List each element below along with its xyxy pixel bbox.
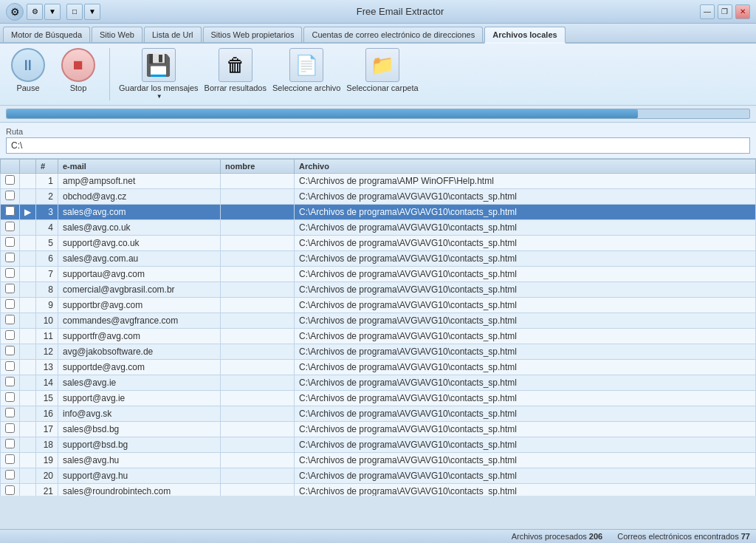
row-checkbox[interactable] [5, 439, 15, 448]
minimize-button[interactable]: — [700, 4, 715, 19]
quick-btn-3[interactable]: □ [66, 4, 83, 20]
row-checkbox[interactable] [5, 222, 15, 231]
row-checkbox[interactable] [5, 454, 15, 464]
row-nombre [221, 266, 295, 281]
row-nombre [221, 328, 295, 344]
ruta-section: Ruta [0, 123, 756, 159]
table-row[interactable]: 15support@avg.ieC:\Archivos de programa\… [1, 390, 756, 406]
tab-motor[interactable]: Motor de Búsqueda [3, 27, 90, 42]
row-arrow [20, 406, 36, 421]
row-checkbox[interactable] [5, 284, 15, 293]
row-archivo: C:\Archivos de programa\AVG\AVG10\contac… [295, 235, 756, 250]
row-checkbox[interactable] [5, 315, 15, 324]
row-nombre [221, 313, 295, 328]
ruta-input[interactable] [6, 137, 750, 154]
row-archivo: C:\Archivos de programa\AMP WinOFF\Help.… [295, 173, 756, 188]
table-scroll[interactable]: # e-mail nombre Archivo 1amp@ampsoft.net… [0, 159, 756, 496]
table-row[interactable]: 6sales@avg.com.auC:\Archivos de programa… [1, 250, 756, 266]
row-nombre [221, 390, 295, 406]
row-num: 21 [36, 483, 58, 496]
table-row[interactable]: 17sales@bsd.bgC:\Archivos de programa\AV… [1, 421, 756, 437]
save-dropdown-arrow: ▼ [157, 93, 162, 100]
row-checkbox[interactable] [5, 361, 15, 371]
row-nombre [221, 437, 295, 452]
row-checkbox[interactable] [5, 299, 15, 309]
row-email: supportau@avg.com [58, 266, 221, 281]
row-arrow [20, 375, 36, 390]
col-num[interactable]: # [36, 159, 58, 173]
row-num: 11 [36, 328, 58, 344]
row-arrow [20, 390, 36, 406]
row-archivo: C:\Archivos de programa\AVG\AVG10\contac… [295, 188, 756, 204]
table-row[interactable]: ▶3sales@avg.comC:\Archivos de programa\A… [1, 204, 756, 219]
tab-sitio[interactable]: Sitio Web [92, 27, 142, 42]
row-archivo: C:\Archivos de programa\AVG\AVG10\contac… [295, 421, 756, 437]
tab-sitios[interactable]: Sitios Web propietarios [203, 27, 303, 42]
row-email: sales@roundrobintech.com [58, 483, 221, 496]
col-arrow [20, 159, 36, 173]
row-num: 14 [36, 375, 58, 390]
table-row[interactable]: 2obchod@avg.czC:\Archivos de programa\AV… [1, 188, 756, 204]
progress-area [0, 106, 756, 123]
save-button[interactable]: 💾 Guardar los mensajes ▼ [119, 48, 199, 100]
table-row[interactable]: 4sales@avg.co.ukC:\Archivos de programa\… [1, 219, 756, 235]
row-archivo: C:\Archivos de programa\AVG\AVG10\contac… [295, 437, 756, 452]
row-checkbox[interactable] [5, 175, 15, 185]
table-row[interactable]: 19sales@avg.huC:\Archivos de programa\AV… [1, 452, 756, 468]
tab-archivos[interactable]: Archivos locales [484, 27, 565, 44]
row-email: comercial@avgbrasil.com.br [58, 281, 221, 297]
quick-btn-4[interactable]: ▼ [84, 4, 100, 20]
row-nombre [221, 344, 295, 359]
col-archivo[interactable]: Archivo [295, 159, 756, 173]
tab-cuentas[interactable]: Cuentas de correo electrónico de direcci… [303, 27, 483, 42]
row-checkbox[interactable] [5, 470, 15, 479]
quick-btn-1[interactable]: ⚙ [27, 4, 43, 20]
row-checkbox[interactable] [5, 206, 15, 216]
table-row[interactable]: 5support@avg.co.ukC:\Archivos de program… [1, 235, 756, 250]
row-checkbox[interactable] [5, 268, 15, 278]
row-checkbox[interactable] [5, 330, 15, 340]
row-num: 17 [36, 421, 58, 437]
col-nombre[interactable]: nombre [221, 159, 295, 173]
delete-button[interactable]: 🗑 Borrar resultados [205, 48, 267, 93]
row-checkbox[interactable] [5, 392, 15, 402]
table-row[interactable]: 8comercial@avgbrasil.com.brC:\Archivos d… [1, 281, 756, 297]
table-row[interactable]: 12avg@jakobsoftware.deC:\Archivos de pro… [1, 344, 756, 359]
table-row[interactable]: 1amp@ampsoft.netC:\Archivos de programa\… [1, 173, 756, 188]
table-row[interactable]: 13supportde@avg.comC:\Archivos de progra… [1, 359, 756, 375]
maximize-button[interactable]: ❐ [718, 4, 732, 19]
stop-button[interactable]: ⏹ Stop [56, 48, 100, 93]
row-checkbox[interactable] [5, 253, 15, 262]
row-nombre [221, 452, 295, 468]
table-row[interactable]: 7supportau@avg.comC:\Archivos de program… [1, 266, 756, 281]
table-row[interactable]: 9supportbr@avg.comC:\Archivos de program… [1, 297, 756, 313]
row-num: 19 [36, 452, 58, 468]
select-folder-button[interactable]: 📁 Seleccionar carpeta [346, 48, 418, 93]
row-checkbox[interactable] [5, 377, 15, 386]
row-checkbox[interactable] [5, 408, 15, 417]
row-checkbox[interactable] [5, 237, 15, 247]
col-email[interactable]: e-mail [58, 159, 221, 173]
table-row[interactable]: 21sales@roundrobintech.comC:\Archivos de… [1, 483, 756, 496]
table-row[interactable]: 11supportfr@avg.comC:\Archivos de progra… [1, 328, 756, 344]
tab-lista[interactable]: Lista de Url [144, 27, 202, 42]
row-checkbox[interactable] [5, 485, 15, 495]
quick-btn-2[interactable]: ▼ [44, 4, 61, 20]
title-bar-left: ⚙ ⚙ ▼ □ ▼ [6, 3, 100, 21]
row-nombre [221, 235, 295, 250]
table-row[interactable]: 18support@bsd.bgC:\Archivos de programa\… [1, 437, 756, 452]
row-arrow [20, 250, 36, 266]
select-file-button[interactable]: 📄 Seleccione archivo [272, 48, 340, 93]
row-checkbox[interactable] [5, 346, 15, 355]
progress-fill [7, 109, 638, 118]
row-checkbox[interactable] [5, 191, 15, 200]
table-row[interactable]: 16info@avg.skC:\Archivos de programa\AVG… [1, 406, 756, 421]
table-row[interactable]: 20support@avg.huC:\Archivos de programa\… [1, 468, 756, 483]
row-arrow [20, 421, 36, 437]
row-email: commandes@avgfrance.com [58, 313, 221, 328]
table-row[interactable]: 14sales@avg.ieC:\Archivos de programa\AV… [1, 375, 756, 390]
close-button[interactable]: ✕ [735, 4, 750, 19]
table-row[interactable]: 10commandes@avgfrance.comC:\Archivos de … [1, 313, 756, 328]
row-checkbox[interactable] [5, 423, 15, 433]
pause-button[interactable]: ⏸ Pause [6, 48, 50, 93]
